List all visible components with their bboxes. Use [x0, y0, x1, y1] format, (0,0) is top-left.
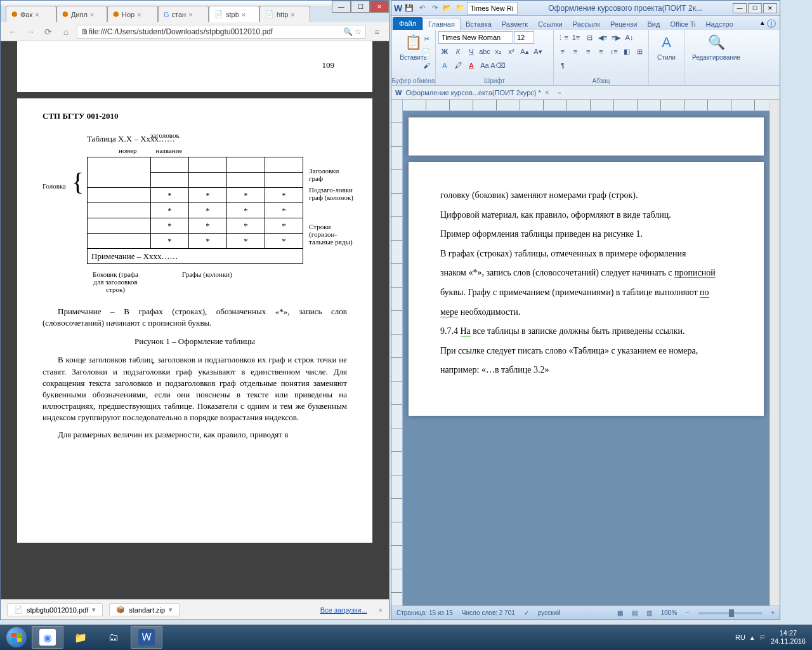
- redo-button[interactable]: ↷: [429, 3, 440, 14]
- numbering-button[interactable]: 1≡: [570, 31, 582, 44]
- view-read-icon[interactable]: ▤: [632, 609, 638, 616]
- tray-lang[interactable]: RU: [735, 633, 745, 641]
- ribbon-tab-insert[interactable]: Вставка: [461, 18, 497, 30]
- help-icon[interactable]: ⓘ: [767, 18, 776, 30]
- new-doc-icon[interactable]: ▫: [558, 89, 561, 96]
- maximize-button[interactable]: ☐: [748, 3, 762, 13]
- font-size-combo[interactable]: 12: [514, 31, 534, 44]
- document-canvas[interactable]: головку (боковик) заменяют номерами граф…: [403, 111, 769, 606]
- bullets-button[interactable]: ⋮≡: [556, 31, 569, 44]
- format-painter-button[interactable]: 🖌: [420, 59, 433, 72]
- multilevel-button[interactable]: ⊟: [583, 31, 596, 44]
- close-button[interactable]: ✕: [763, 3, 777, 13]
- decrease-indent-button[interactable]: ◀≡: [596, 31, 609, 44]
- tray-flag-icon[interactable]: ▴: [750, 633, 754, 642]
- download-item-zip[interactable]: 📦standart.zip▾: [109, 603, 180, 616]
- start-button[interactable]: [3, 626, 30, 649]
- strike-button[interactable]: abc: [478, 45, 491, 58]
- ribbon-tab-review[interactable]: Рецензи: [605, 18, 643, 30]
- chrome-tab-3[interactable]: Gстан×: [158, 6, 209, 22]
- show-marks-button[interactable]: ¶: [556, 59, 569, 72]
- home-button[interactable]: ⌂: [59, 25, 73, 39]
- vertical-ruler[interactable]: [391, 100, 403, 606]
- close-doc-icon[interactable]: ×: [545, 88, 549, 97]
- close-icon[interactable]: ×: [188, 11, 192, 18]
- line-spacing-button[interactable]: ↕≡: [608, 45, 620, 58]
- align-right-button[interactable]: ≡: [582, 45, 594, 58]
- forward-button[interactable]: →: [23, 25, 37, 39]
- font-color-button[interactable]: A: [465, 59, 478, 72]
- reload-button[interactable]: ⟳: [41, 25, 55, 39]
- view-print-layout-icon[interactable]: ▦: [617, 609, 623, 616]
- status-spellcheck-icon[interactable]: ✓: [524, 609, 529, 616]
- undo-button[interactable]: ↶: [416, 3, 428, 14]
- chrome-tab-0[interactable]: ⬢Фак×: [6, 6, 56, 22]
- align-center-button[interactable]: ≡: [569, 45, 581, 58]
- status-language[interactable]: русский: [538, 609, 561, 616]
- close-icon[interactable]: ×: [291, 11, 294, 18]
- ribbon-tab-view[interactable]: Вид: [643, 18, 665, 30]
- styles-button[interactable]: A Стили: [652, 31, 681, 62]
- underline-button[interactable]: Ч: [465, 45, 478, 58]
- change-case-button[interactable]: Aa: [478, 59, 491, 72]
- vertical-scrollbar[interactable]: [769, 100, 780, 606]
- back-button[interactable]: ←: [6, 25, 20, 39]
- close-icon[interactable]: ×: [379, 606, 383, 614]
- align-left-button[interactable]: ≡: [556, 45, 568, 58]
- folder-button[interactable]: 📁: [454, 3, 466, 14]
- all-downloads-link[interactable]: Все загрузки...: [320, 606, 367, 614]
- subscript-button[interactable]: x₂: [492, 45, 504, 58]
- ribbon-tab-references[interactable]: Ссылки: [533, 18, 568, 30]
- chrome-minimize-button[interactable]: —: [332, 1, 351, 13]
- chrome-tab-4[interactable]: 📄stpb×: [209, 6, 259, 22]
- bold-button[interactable]: Ж: [438, 45, 451, 58]
- chrome-tab-1[interactable]: ⬢Дипл×: [56, 6, 107, 22]
- italic-button[interactable]: К: [452, 45, 464, 58]
- url-bar[interactable]: 🗎 file:///C:/Users/student/Downloads/stp…: [77, 25, 366, 39]
- tray-action-center-icon[interactable]: ⚐: [759, 633, 766, 642]
- chrome-tab-2[interactable]: ⬢Нор×: [107, 6, 158, 22]
- ribbon-minimize-icon[interactable]: ▴: [761, 18, 764, 30]
- close-icon[interactable]: ×: [137, 11, 141, 18]
- status-words[interactable]: Число слов: 2 701: [462, 609, 515, 616]
- horizontal-ruler[interactable]: [403, 100, 769, 111]
- clear-formatting-button[interactable]: A⌫: [492, 59, 504, 72]
- menu-button[interactable]: ≡: [370, 25, 384, 39]
- open-button[interactable]: 📂: [442, 3, 453, 14]
- shrink-font-button[interactable]: A▾: [532, 45, 544, 58]
- borders-button[interactable]: ⊞: [634, 45, 646, 58]
- zoom-in-button[interactable]: +: [771, 609, 775, 616]
- chrome-close-button[interactable]: ✕: [370, 1, 389, 13]
- taskbar-app[interactable]: 🗂: [98, 626, 129, 649]
- taskbar-chrome[interactable]: ◉: [32, 626, 63, 649]
- view-web-icon[interactable]: ▥: [646, 609, 652, 616]
- taskbar-word[interactable]: W: [131, 626, 162, 649]
- highlight-button[interactable]: 🖍: [452, 59, 464, 72]
- shading-button[interactable]: ◧: [620, 45, 632, 58]
- justify-button[interactable]: ≡: [595, 45, 607, 58]
- copy-button[interactable]: 📄: [420, 46, 433, 58]
- qat-font-combo[interactable]: Times New Ri: [467, 2, 518, 15]
- ribbon-tab-file[interactable]: Файл: [393, 17, 422, 30]
- zoom-out-button[interactable]: −: [686, 609, 690, 616]
- ribbon-tab-addins[interactable]: Надстро: [701, 18, 738, 30]
- document-page[interactable]: головку (боковик) заменяют номерами граф…: [409, 162, 764, 416]
- minimize-button[interactable]: —: [733, 3, 747, 13]
- close-icon[interactable]: ×: [90, 11, 94, 18]
- status-page[interactable]: Страница: 15 из 15: [396, 609, 453, 616]
- status-zoom[interactable]: 100%: [661, 609, 678, 616]
- tray-clock[interactable]: 14:27 24.11.2016: [771, 629, 806, 646]
- zoom-slider[interactable]: [698, 612, 762, 614]
- ribbon-tab-home[interactable]: Главная: [422, 18, 461, 30]
- chrome-maximize-button[interactable]: ☐: [351, 1, 370, 13]
- text-effects-button[interactable]: A: [438, 59, 451, 72]
- increase-indent-button[interactable]: ≡▶: [610, 31, 622, 44]
- download-item-pdf[interactable]: 📄stpbgtu0012010.pdf▾: [7, 603, 103, 616]
- close-icon[interactable]: ×: [242, 11, 246, 18]
- editing-button[interactable]: 🔍 Редактирование: [687, 31, 745, 62]
- close-icon[interactable]: ×: [35, 11, 39, 18]
- ribbon-tab-mailings[interactable]: Рассылк: [568, 18, 605, 30]
- save-button[interactable]: 💾: [403, 3, 415, 14]
- taskbar-explorer[interactable]: 📁: [65, 626, 96, 649]
- sort-button[interactable]: A↓: [623, 31, 636, 44]
